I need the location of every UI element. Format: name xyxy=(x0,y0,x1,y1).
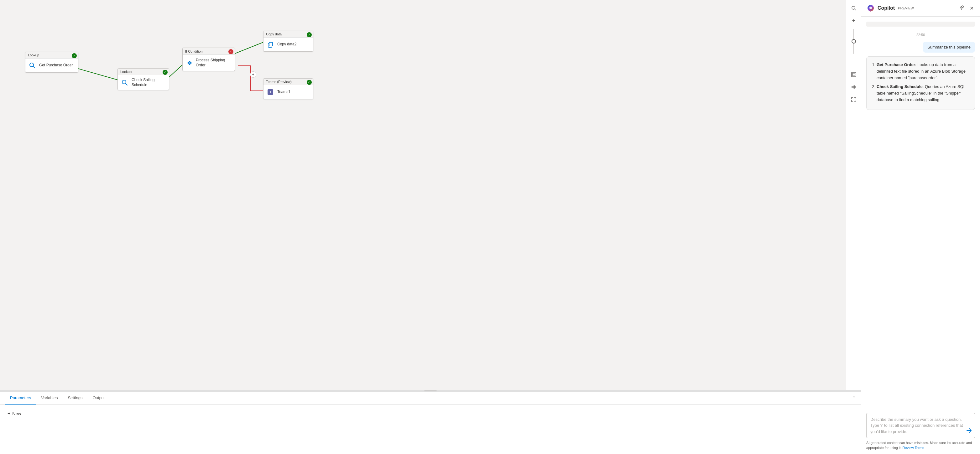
node-label-lookup1: Get Purchase Order xyxy=(39,63,73,68)
node-label-teams: Teams1 xyxy=(277,90,290,95)
copilot-send-btn[interactable] xyxy=(966,428,972,435)
svg-line-5 xyxy=(126,83,127,85)
copilot-title: Copilot xyxy=(878,5,895,11)
svg-line-0 xyxy=(74,67,118,80)
copilot-prev-input xyxy=(866,22,975,27)
svg-rect-12 xyxy=(269,42,272,46)
node-check-copydata: ✓ xyxy=(307,32,312,37)
svg-text:T: T xyxy=(269,90,271,94)
zoom-out-btn[interactable]: − xyxy=(848,56,859,68)
add-activity-btn[interactable]: + xyxy=(250,71,256,78)
copilot-input-area: Describe the summary you want or ask a q… xyxy=(861,409,980,454)
node-header-ifcondition: If Condition ⤢ xyxy=(183,48,235,55)
slider-track xyxy=(853,29,854,54)
node-copy-data[interactable]: Copy data Copy data2 ✓ xyxy=(263,31,313,52)
node-label-copydata: Copy data2 xyxy=(277,42,296,47)
tab-settings[interactable]: Settings xyxy=(63,392,88,405)
assistant-item-1-title: Get Purchase Order xyxy=(877,62,915,67)
new-parameter-btn[interactable]: + New xyxy=(5,410,24,417)
collapse-bottom-panel-btn[interactable]: ⌃ xyxy=(852,395,856,400)
input-placeholder: Describe the summary you want or ask a q… xyxy=(870,416,963,435)
pipeline-canvas: Lookup Get Purchase Order ✓ Lookup xyxy=(0,0,861,390)
svg-point-10 xyxy=(189,63,191,65)
node-check-lookup2: ✓ xyxy=(162,70,168,75)
copilot-header-actions: ✕ xyxy=(958,4,975,13)
node-teams[interactable]: Teams (Preview) T Teams1 ✓ xyxy=(263,78,313,99)
node-check-teams: ✓ xyxy=(307,80,312,85)
svg-rect-17 xyxy=(851,72,856,77)
copilot-assistant-message: Get Purchase Order: Looks up data from a… xyxy=(866,56,975,110)
bottom-panel-tabs: Parameters Variables Settings Output ⌃ xyxy=(0,392,861,405)
copy-icon xyxy=(266,40,275,49)
assistant-item-2-title: Check Sailing Schedule xyxy=(877,84,923,89)
search-canvas-btn[interactable] xyxy=(848,3,859,14)
copilot-panel: Copilot PREVIEW ✕ 22:50 Summarize this p… xyxy=(861,0,980,454)
node-if-condition[interactable]: If Condition ⤢ Process Ship xyxy=(182,48,235,71)
zoom-slider[interactable] xyxy=(853,27,854,55)
node-label-processship: Process Shipping Order xyxy=(196,58,232,68)
lookup-icon-2 xyxy=(120,78,129,87)
copilot-preview-badge: PREVIEW xyxy=(898,6,914,10)
fit-view-btn[interactable] xyxy=(848,69,859,80)
node-header-lookup1: Lookup xyxy=(25,52,78,59)
node-header-teams: Teams (Preview) xyxy=(264,79,313,85)
lookup-icon-1 xyxy=(28,61,37,70)
canvas-toolbar: + − xyxy=(846,0,861,390)
svg-rect-18 xyxy=(853,73,855,76)
tab-output[interactable]: Output xyxy=(88,392,110,405)
zoom-in-btn[interactable]: + xyxy=(848,15,859,26)
copilot-logo xyxy=(866,4,875,13)
svg-point-8 xyxy=(190,62,192,63)
svg-line-16 xyxy=(855,9,856,10)
copilot-input-wrapper: Describe the summary you want or ask a q… xyxy=(866,413,975,438)
review-terms-link[interactable]: Review Terms xyxy=(903,446,924,449)
plus-icon: + xyxy=(8,411,10,416)
node-x-processship: ✕ xyxy=(228,49,234,54)
teams-icon: T xyxy=(266,88,275,97)
process-icon xyxy=(185,59,194,67)
svg-point-9 xyxy=(189,61,191,62)
svg-point-23 xyxy=(869,6,872,9)
node-get-purchase-order[interactable]: Lookup Get Purchase Order ✓ xyxy=(25,52,78,73)
copilot-input-box[interactable]: Describe the summary you want or ask a q… xyxy=(866,413,975,438)
tab-parameters[interactable]: Parameters xyxy=(5,392,36,405)
tab-variables[interactable]: Variables xyxy=(36,392,63,405)
connections-svg xyxy=(0,0,861,390)
node-check-sailing-schedule[interactable]: Lookup Check Sailing Schedule ✓ xyxy=(118,68,169,90)
copilot-pin-btn[interactable] xyxy=(958,4,966,13)
expand-btn[interactable] xyxy=(848,94,859,105)
node-label-lookup2: Check Sailing Schedule xyxy=(132,78,166,87)
bottom-panel-content: + New xyxy=(0,405,861,423)
svg-point-7 xyxy=(188,62,189,63)
copilot-disclaimer: AI-generated content can have mistakes. … xyxy=(866,441,975,450)
copilot-header: Copilot PREVIEW ✕ xyxy=(861,0,980,17)
copilot-timestamp: 22:50 xyxy=(866,33,975,37)
node-header-lookup2: Lookup xyxy=(118,68,169,75)
bottom-panel: Parameters Variables Settings Output ⌃ +… xyxy=(0,391,861,454)
svg-line-3 xyxy=(33,67,35,68)
copilot-user-message: Summarize this pipeline xyxy=(923,42,975,52)
node-header-copydata: Copy data xyxy=(264,31,313,38)
copilot-messages: 22:50 Summarize this pipeline Get Purcha… xyxy=(861,17,980,409)
new-label: New xyxy=(12,411,21,416)
copilot-close-btn[interactable]: ✕ xyxy=(969,4,975,13)
grid-btn[interactable] xyxy=(848,81,859,93)
slider-thumb xyxy=(851,39,856,43)
node-check-lookup1: ✓ xyxy=(72,53,77,58)
